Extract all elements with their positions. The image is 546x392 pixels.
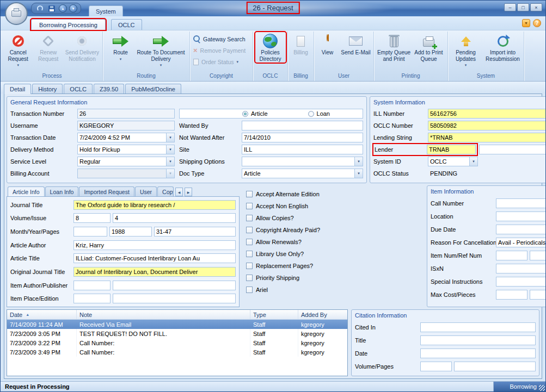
send-email-button[interactable]: Send E-Mail xyxy=(340,32,372,57)
wanted-by-input[interactable] xyxy=(242,121,363,130)
tab-user[interactable]: User xyxy=(135,186,157,196)
tab-system[interactable]: System xyxy=(89,5,123,16)
updates-download-icon[interactable]: ▼ xyxy=(522,19,530,27)
tab-borrowing-processing[interactable]: Borrowing Processing xyxy=(31,19,106,30)
maximize-button[interactable]: □ xyxy=(517,3,529,11)
column-header-added-by[interactable]: Added By xyxy=(298,310,347,319)
checkbox-priority-shipping[interactable]: Priority Shipping xyxy=(246,275,424,281)
checkbox-copyright-already-paid[interactable]: Copyright Already Paid? xyxy=(246,227,424,233)
tab-oclc[interactable]: OCLC xyxy=(111,19,142,30)
cited-in-input[interactable] xyxy=(420,322,536,332)
not-wanted-after-input[interactable] xyxy=(242,133,363,142)
volume-input[interactable] xyxy=(73,213,111,223)
table-row[interactable]: 7/23/2009 3:05 PM TEST REQUEST! DO NOT F… xyxy=(7,329,347,338)
renew-request-button[interactable]: Renew Request xyxy=(34,32,62,63)
doc-type-select[interactable]: Article▼ xyxy=(242,169,363,178)
tab-loan-info[interactable]: Loan Info xyxy=(45,186,79,196)
checkbox-library-use-only[interactable]: Library Use Only? xyxy=(246,251,424,257)
article-author-input[interactable] xyxy=(73,240,236,250)
item-publisher-input[interactable] xyxy=(113,281,236,290)
service-level-select[interactable]: Regular▼ xyxy=(77,157,175,166)
max-cost-input[interactable] xyxy=(496,290,527,300)
table-row[interactable]: 7/14/2009 11:24 AM Received Via Email St… xyxy=(7,320,347,329)
checkbox-accept-alternate-edition[interactable]: Accept Alternate Edition xyxy=(246,191,424,197)
item-place-input[interactable] xyxy=(73,294,111,303)
cancel-request-button[interactable]: Cancel Request ▾ xyxy=(3,32,33,69)
remove-payment-button[interactable]: × Remove Payment xyxy=(191,45,248,55)
column-header-note[interactable]: Note xyxy=(77,310,250,319)
pieces-input[interactable] xyxy=(530,290,546,300)
tab-article-info[interactable]: Article Info xyxy=(8,186,45,196)
pages-input[interactable] xyxy=(154,227,236,237)
location-input[interactable] xyxy=(496,211,546,221)
system-id-select[interactable]: OCLC▼ xyxy=(428,157,478,166)
tab-copy[interactable]: Copy xyxy=(157,186,174,196)
special-instructions-input[interactable] xyxy=(496,277,546,287)
help-icon[interactable]: ? xyxy=(533,19,541,27)
tab-history[interactable]: History xyxy=(32,84,63,94)
lender-input[interactable] xyxy=(427,145,476,154)
close-button[interactable]: × xyxy=(530,3,542,11)
tab-scroll-right-button[interactable]: ▶ xyxy=(185,188,192,196)
ref-num-input[interactable] xyxy=(530,251,546,260)
tab-imported-request[interactable]: Imported Request xyxy=(79,186,134,196)
oclc-number-input[interactable] xyxy=(428,121,546,130)
table-row[interactable]: 7/23/2009 3:49 PM Call Number: Staff kgr… xyxy=(7,347,347,357)
item-author-input[interactable] xyxy=(73,281,111,290)
column-header-date[interactable]: Date▲ xyxy=(7,310,77,319)
route-button[interactable]: Route ▾ xyxy=(107,32,135,63)
original-journal-title-input[interactable] xyxy=(73,267,236,277)
table-row[interactable]: 7/23/2009 3:22 PM Call Number: Staff kgr… xyxy=(7,338,347,347)
isxn-input[interactable] xyxy=(496,264,546,273)
save-button[interactable] xyxy=(47,4,57,13)
nav-up-button[interactable]: ▲ xyxy=(59,4,67,13)
order-status-button[interactable]: Order Status ▾ xyxy=(191,57,241,67)
reason-cancellation-select[interactable]: Avail - Periodicals See Not xyxy=(496,238,546,247)
pending-updates-button[interactable]: Pending Updates ▾ xyxy=(450,32,482,69)
journal-title-input[interactable] xyxy=(73,200,236,210)
year-input[interactable] xyxy=(109,227,152,237)
tab-oclc-detail[interactable]: OCLC xyxy=(64,84,93,94)
shipping-options-select[interactable]: ▼ xyxy=(242,157,363,166)
checkbox-ariel[interactable]: Ariel xyxy=(246,287,424,293)
radio-loan[interactable]: Loan xyxy=(308,110,330,117)
checkbox-allow-renewals[interactable]: Allow Renewals? xyxy=(246,239,424,245)
checkbox-replacement-pages[interactable]: Replacement Pages? xyxy=(246,263,424,269)
item-num-input[interactable] xyxy=(496,251,527,260)
radio-article[interactable]: Article xyxy=(242,110,268,117)
view-user-button[interactable]: View xyxy=(316,32,339,57)
checkbox-allow-copies[interactable]: Allow Copies? xyxy=(246,215,424,221)
app-menu-button[interactable] xyxy=(5,2,28,25)
add-to-print-queue-button[interactable]: Add to Print Queue xyxy=(413,32,445,63)
username-input[interactable] xyxy=(77,121,175,130)
delivery-method-select[interactable]: Hold for Pickup▼ xyxy=(77,145,175,154)
lender-extra-input[interactable] xyxy=(479,145,546,154)
billing-account-select[interactable]: ▼ xyxy=(77,169,175,178)
ill-number-input[interactable] xyxy=(428,109,546,119)
send-delivery-notification-button[interactable]: Send Delivery Notification xyxy=(63,32,101,63)
citation-title-input[interactable] xyxy=(420,335,536,345)
route-to-document-delivery-button[interactable]: Route To Document Delivery ▾ xyxy=(136,32,186,69)
item-edition-input[interactable] xyxy=(113,294,236,303)
minimize-button[interactable]: – xyxy=(504,3,516,11)
policies-directory-button[interactable]: Policies Directory xyxy=(255,32,286,63)
nav-down-button[interactable]: ▼ xyxy=(69,4,77,13)
tab-detail[interactable]: Detail xyxy=(4,84,31,94)
article-title-input[interactable] xyxy=(73,253,236,263)
gateway-search-button[interactable]: Gateway Search xyxy=(191,34,248,44)
transaction-number-input[interactable] xyxy=(77,109,175,119)
column-header-type[interactable]: Type xyxy=(250,310,298,319)
issue-input[interactable] xyxy=(113,213,236,223)
due-date-select[interactable]: ▼ xyxy=(496,225,546,234)
citation-volume-input[interactable] xyxy=(420,362,452,371)
tab-pubmed-docline[interactable]: PubMed/Docline xyxy=(125,84,181,94)
checkbox-accept-non-english[interactable]: Accept Non English xyxy=(246,203,424,209)
tab-scroll-left-button[interactable]: ◀ xyxy=(175,188,183,196)
import-resubmission-button[interactable]: Import into Resubmission xyxy=(483,32,523,63)
lending-string-input[interactable] xyxy=(428,133,546,142)
billing-button[interactable]: Billing xyxy=(290,32,312,57)
call-number-input[interactable] xyxy=(496,198,546,208)
empty-queue-print-button[interactable]: Empty Queue and Print xyxy=(377,32,412,63)
citation-pages-input[interactable] xyxy=(454,362,536,371)
tab-z3950[interactable]: Z39.50 xyxy=(94,84,124,94)
